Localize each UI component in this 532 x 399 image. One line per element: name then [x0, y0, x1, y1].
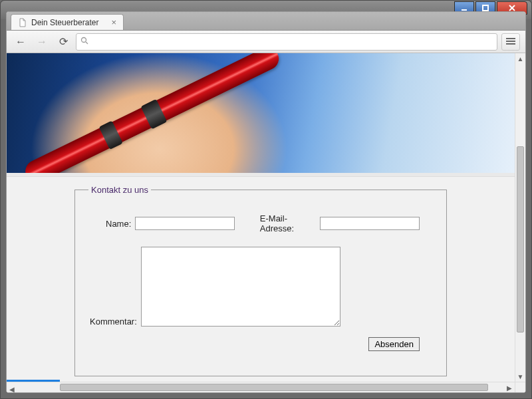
- file-icon: [18, 18, 27, 27]
- email-label: E-Mail-Adresse:: [260, 213, 316, 233]
- viewport: Kontakt zu uns Name: E-Mail-Adresse: Kom…: [7, 53, 525, 392]
- hero-banner: [7, 53, 515, 173]
- svg-line-3: [86, 42, 88, 44]
- arrow-right-icon: →: [37, 36, 47, 48]
- vertical-scrollbar[interactable]: ▲ ▼: [515, 53, 525, 382]
- svg-rect-1: [483, 5, 488, 11]
- menu-button[interactable]: [501, 33, 520, 51]
- submit-button[interactable]: Absenden: [368, 337, 420, 351]
- comment-row: Kommentar:: [90, 247, 420, 327]
- browser-toolbar: ← → ⟳: [7, 31, 525, 53]
- scroll-left-icon[interactable]: ◀: [7, 384, 17, 393]
- os-window: Dein Steuerberater × ← → ⟳: [0, 0, 532, 399]
- vertical-scroll-thumb[interactable]: [517, 146, 524, 332]
- address-bar[interactable]: [76, 33, 497, 51]
- content-area: Kontakt zu uns Name: E-Mail-Adresse: Kom…: [7, 177, 515, 382]
- horizontal-scrollbar[interactable]: ◀ ▶: [7, 382, 515, 392]
- scroll-down-icon[interactable]: ▼: [515, 371, 525, 382]
- page-content: Kontakt zu uns Name: E-Mail-Adresse: Kom…: [7, 53, 515, 382]
- svg-point-2: [82, 38, 86, 43]
- scroll-up-icon[interactable]: ▲: [515, 53, 525, 64]
- arrow-left-icon: ←: [15, 36, 26, 48]
- name-input[interactable]: [135, 217, 235, 230]
- address-input[interactable]: [92, 37, 493, 47]
- email-input[interactable]: [320, 217, 420, 230]
- scrollbar-corner: [515, 382, 525, 392]
- maximize-icon: [482, 5, 489, 11]
- svg-rect-5: [506, 41, 515, 42]
- tab-strip: Dein Steuerberater ×: [7, 12, 525, 31]
- tab-active[interactable]: Dein Steuerberater ×: [11, 14, 124, 30]
- name-label: Name:: [106, 219, 131, 229]
- horizontal-scroll-thumb[interactable]: [60, 384, 488, 391]
- reload-button[interactable]: ⟳: [55, 33, 72, 51]
- forward-button[interactable]: →: [33, 33, 51, 51]
- submit-row: Absenden: [88, 337, 420, 351]
- scroll-right-icon[interactable]: ▶: [504, 382, 515, 392]
- svg-rect-6: [506, 43, 515, 45]
- name-email-row: Name: E-Mail-Adresse:: [106, 213, 420, 233]
- comment-label: Kommentar:: [90, 317, 137, 327]
- hamburger-icon: [506, 36, 515, 48]
- reload-icon: ⟳: [59, 35, 68, 48]
- tab-title: Dein Steuerberater: [31, 18, 98, 27]
- contact-legend: Kontakt zu uns: [88, 185, 151, 195]
- search-icon: [80, 37, 88, 47]
- back-button[interactable]: ←: [12, 33, 29, 51]
- svg-rect-0: [462, 9, 467, 11]
- contact-fieldset: Kontakt zu uns Name: E-Mail-Adresse: Kom…: [74, 185, 447, 376]
- tab-close-icon[interactable]: ×: [111, 17, 116, 27]
- minimize-icon: [461, 5, 467, 11]
- comment-textarea[interactable]: [141, 247, 340, 327]
- browser-chrome: Dein Steuerberater × ← → ⟳: [6, 11, 526, 393]
- pen-graphic: [22, 53, 283, 173]
- svg-rect-4: [506, 38, 515, 39]
